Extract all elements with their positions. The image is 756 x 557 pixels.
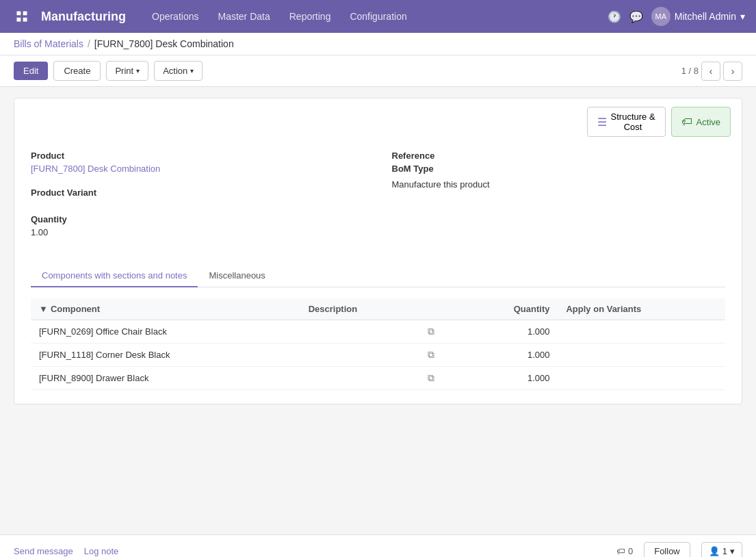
- nav-configuration[interactable]: Configuration: [340, 0, 416, 33]
- chatter-bar: Send message Log note 🏷 0 Follow 👤 1 ▾: [0, 534, 756, 557]
- followers-count: 1: [722, 546, 727, 556]
- breadcrumb: Bills of Materials / [FURN_7800] Desk Co…: [14, 38, 742, 49]
- action-button[interactable]: Action ▾: [154, 61, 203, 81]
- reference-label: Reference: [392, 151, 490, 161]
- reference-bom-group: Reference BoM Type Manufacture this prod…: [392, 151, 490, 190]
- active-icon: 🏷: [681, 116, 692, 128]
- structure-cost-label: Structure &Cost: [611, 112, 655, 132]
- copy-icon-0[interactable]: ⧉: [419, 320, 462, 344]
- tab-components[interactable]: Components with sections and notes: [31, 265, 198, 287]
- description-2: [300, 367, 420, 390]
- pagination-text: 1 / 8: [681, 66, 699, 76]
- status-bar: ☰ Structure &Cost 🏷 Active: [14, 99, 742, 137]
- tab-miscellaneous[interactable]: Miscellaneous: [198, 265, 276, 287]
- bom-type-value: Manufacture this product: [392, 179, 490, 190]
- breadcrumb-separator: /: [88, 38, 90, 49]
- clock-icon[interactable]: 🕐: [608, 10, 621, 23]
- edit-button[interactable]: Edit: [14, 62, 48, 80]
- toolbar: Edit Create Print ▾ Action ▾ 1 / 8 ‹ ›: [0, 55, 756, 87]
- table-header-row: ▼ Component Description Quantity Apply o…: [31, 298, 725, 320]
- nav-right: 🕐 💬 MA Mitchell Admin ▾: [608, 7, 745, 26]
- active-button[interactable]: 🏷 Active: [671, 107, 731, 137]
- print-label: Print: [115, 66, 133, 76]
- follow-button[interactable]: Follow: [644, 542, 690, 557]
- tag-icon: 🏷: [616, 546, 625, 556]
- product-value[interactable]: [FURN_7800] Desk Combination: [31, 164, 160, 174]
- pagination-next-button[interactable]: ›: [723, 62, 742, 81]
- nav-reporting[interactable]: Reporting: [280, 0, 341, 33]
- quantity-group: Quantity 1.00: [31, 214, 67, 237]
- app-grid-icon[interactable]: [11, 5, 33, 27]
- description-1: [300, 344, 420, 367]
- quantity-label: Quantity: [31, 214, 67, 224]
- form-col-right: Reference BoM Type Manufacture this prod…: [365, 151, 726, 251]
- variant-group: Product Variant: [31, 187, 96, 200]
- form-columns: Product [FURN_7800] Desk Combination Pro…: [31, 151, 725, 251]
- top-navigation: Manufacturing Operations Master Data Rep…: [0, 0, 756, 33]
- user-name: Mitchell Admin: [675, 11, 736, 22]
- active-label: Active: [696, 117, 720, 127]
- user-dropdown-icon: ▾: [740, 11, 745, 22]
- breadcrumb-parent[interactable]: Bills of Materials: [14, 38, 83, 49]
- nav-links: Operations Master Data Reporting Configu…: [142, 0, 417, 33]
- table-row: [FURN_0269] Office Chair Black ⧉ 1.000: [31, 320, 725, 344]
- follower-person-icon: 👤: [709, 546, 720, 556]
- print-button[interactable]: Print ▾: [106, 61, 148, 81]
- variant-label: Product Variant: [31, 187, 96, 198]
- component-table-wrapper: ▼ Component Description Quantity Apply o…: [14, 287, 742, 404]
- pagination-prev-button[interactable]: ‹: [701, 62, 720, 81]
- reference-bom-row: Reference BoM Type Manufacture this prod…: [392, 151, 726, 190]
- col-apply-variants: Apply on Variants: [558, 298, 725, 320]
- log-note-link[interactable]: Log note: [84, 546, 119, 556]
- variant-row: Product Variant: [31, 187, 365, 200]
- quantity-0: 1.000: [462, 320, 558, 344]
- table-row: [FURN_1118] Corner Desk Black ⧉ 1.000: [31, 344, 725, 367]
- variants-0: [558, 320, 725, 344]
- avatar-initials: MA: [655, 12, 666, 21]
- component-name-1[interactable]: [FURN_1118] Corner Desk Black: [31, 344, 300, 367]
- bom-type-label: BoM Type: [392, 164, 490, 174]
- col-component[interactable]: ▼ Component: [31, 298, 300, 320]
- send-message-link[interactable]: Send message: [14, 546, 73, 556]
- quantity-row: Quantity 1.00: [31, 214, 365, 237]
- sort-arrow-icon: ▼: [39, 304, 48, 314]
- action-label: Action: [163, 66, 187, 76]
- quantity-2: 1.000: [462, 367, 558, 390]
- product-row: Product [FURN_7800] Desk Combination: [31, 151, 365, 174]
- component-name-2[interactable]: [FURN_8900] Drawer Black: [31, 367, 300, 390]
- description-0: [300, 320, 420, 344]
- structure-cost-button[interactable]: ☰ Structure &Cost: [587, 107, 666, 137]
- chat-icon[interactable]: 💬: [629, 10, 643, 23]
- nav-master-data[interactable]: Master Data: [208, 0, 279, 33]
- main-content: ☰ Structure &Cost 🏷 Active Product [FURN…: [0, 87, 756, 534]
- breadcrumb-current: [FURN_7800] Desk Combination: [94, 38, 234, 49]
- tag-count: 🏷 0: [616, 546, 633, 556]
- record-card: ☰ Structure &Cost 🏷 Active Product [FURN…: [14, 98, 742, 404]
- structure-icon: ☰: [597, 116, 607, 129]
- pagination: 1 / 8 ‹ ›: [681, 62, 742, 81]
- variants-2: [558, 367, 725, 390]
- followers-button[interactable]: 👤 1 ▾: [701, 542, 742, 557]
- col-copy: [419, 298, 462, 320]
- nav-operations[interactable]: Operations: [142, 0, 208, 33]
- quantity-1: 1.000: [462, 344, 558, 367]
- copy-icon-2[interactable]: ⧉: [419, 367, 462, 390]
- component-name-0[interactable]: [FURN_0269] Office Chair Black: [31, 320, 300, 344]
- quantity-value: 1.00: [31, 227, 67, 237]
- breadcrumb-bar: Bills of Materials / [FURN_7800] Desk Co…: [0, 33, 756, 55]
- create-button[interactable]: Create: [53, 61, 101, 81]
- action-caret-icon: ▾: [190, 67, 194, 75]
- form-section: Product [FURN_7800] Desk Combination Pro…: [14, 137, 742, 265]
- app-title: Manufacturing: [41, 10, 126, 24]
- user-menu[interactable]: MA Mitchell Admin ▾: [651, 7, 745, 26]
- table-row: [FURN_8900] Drawer Black ⧉ 1.000: [31, 367, 725, 390]
- tag-count-value: 0: [628, 546, 633, 556]
- copy-icon-1[interactable]: ⧉: [419, 344, 462, 367]
- product-group: Product [FURN_7800] Desk Combination: [31, 151, 160, 174]
- user-avatar: MA: [651, 7, 670, 26]
- tabs: Components with sections and notes Misce…: [31, 265, 725, 287]
- variants-1: [558, 344, 725, 367]
- form-col-left: Product [FURN_7800] Desk Combination Pro…: [31, 151, 365, 251]
- followers-caret-icon: ▾: [730, 546, 735, 556]
- component-table: ▼ Component Description Quantity Apply o…: [31, 298, 725, 390]
